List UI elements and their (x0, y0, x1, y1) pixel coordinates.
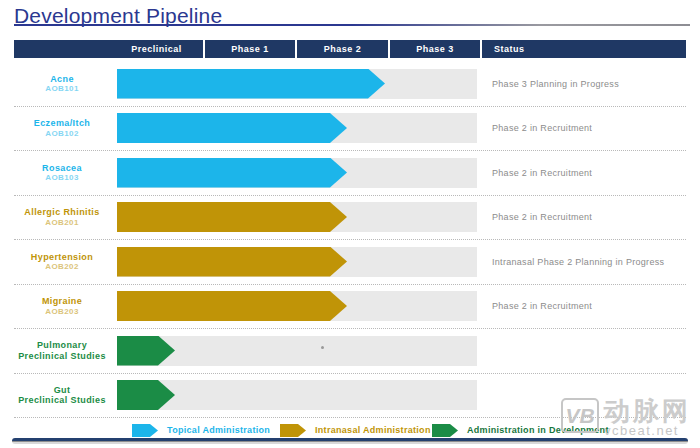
pipeline-rows: Acne AOB101 Phase 3 Planning in Progress… (14, 62, 686, 418)
watermark-site: vcbeat.net (604, 424, 691, 438)
program-name: Eczema/Itch (34, 118, 90, 128)
status-text: Phase 3 Planning in Progress (492, 62, 619, 106)
progress-arrow (117, 380, 175, 410)
pipeline-table: Preclinical Phase 1 Phase 2 Phase 3 Stat… (14, 40, 686, 418)
pipeline-row: Eczema/Itch AOB102 Phase 2 in Recruitmen… (14, 107, 686, 152)
watermark-text: 动脉网 vcbeat.net (604, 398, 691, 438)
stray-dot-artifact (321, 346, 324, 349)
program-code: AOB102 (45, 129, 79, 138)
program-label: Gut Preclinical Studies (14, 374, 110, 418)
bottom-divider-bar (12, 438, 688, 444)
column-header-phase3: Phase 3 (388, 40, 480, 58)
development-arrow-icon (432, 424, 458, 437)
status-text: Intranasal Phase 2 Planning in Progress (492, 240, 664, 284)
progress-arrow (117, 336, 175, 366)
table-header-row: Preclinical Phase 1 Phase 2 Phase 3 Stat… (14, 40, 686, 58)
vcbeat-logo-icon: VB (561, 398, 599, 433)
column-header-preclinical: Preclinical (110, 40, 203, 58)
progress-arrow (117, 69, 385, 99)
watermark-name: 动脉网 (604, 398, 691, 424)
topical-arrow-icon (132, 424, 158, 437)
program-code: AOB101 (45, 84, 79, 93)
program-name-line2: Preclinical Studies (18, 351, 106, 361)
program-code: AOB203 (45, 307, 79, 316)
program-name: Migraine (42, 296, 82, 306)
program-label: Acne AOB101 (14, 62, 110, 106)
status-text: Phase 2 in Recruitment (492, 107, 592, 151)
progress-arrow (117, 291, 347, 321)
program-name: Pulmonary (37, 340, 87, 350)
pipeline-row: Pulmonary Preclinical Studies (14, 329, 686, 374)
program-code: AOB201 (45, 218, 79, 227)
program-name: Gut (54, 385, 71, 395)
program-name: Hypertension (31, 252, 93, 262)
pipeline-row: Hypertension AOB202 Intranasal Phase 2 P… (14, 240, 686, 285)
phase-track (117, 380, 477, 410)
column-header-phase1: Phase 1 (203, 40, 295, 58)
status-text: Phase 2 in Recruitment (492, 196, 592, 240)
program-name-line2: Preclinical Studies (18, 395, 106, 405)
program-name: Allergic Rhinitis (24, 207, 99, 217)
program-name: Acne (50, 74, 74, 84)
progress-arrow (117, 247, 347, 277)
phase-track (117, 291, 477, 321)
column-header-status: Status (480, 40, 686, 58)
pipeline-row: Rosacea AOB103 Phase 2 in Recruitment (14, 151, 686, 196)
program-code: AOB202 (45, 262, 79, 271)
progress-arrow (117, 158, 347, 188)
legend-label-topical: Topical Administration (167, 424, 270, 437)
phase-track (117, 69, 477, 99)
program-code: AOB103 (45, 173, 79, 182)
program-label: Hypertension AOB202 (14, 240, 110, 284)
legend-item-intranasal: Intranasal Administration (280, 424, 431, 437)
progress-arrow (117, 113, 347, 143)
phase-track (117, 113, 477, 143)
legend-item-topical: Topical Administration (132, 424, 270, 437)
header-spacer-cell (14, 40, 110, 58)
column-header-phase2: Phase 2 (295, 40, 388, 58)
watermark: VB 动脉网 vcbeat.net (561, 398, 691, 438)
slide-canvas: Development Pipeline Preclinical Phase 1… (0, 0, 700, 448)
pipeline-row: Migraine AOB203 Phase 2 in Recruitment (14, 285, 686, 330)
program-label: Pulmonary Preclinical Studies (14, 329, 110, 373)
phase-track (117, 247, 477, 277)
program-label: Rosacea AOB103 (14, 151, 110, 195)
title-underline (14, 24, 690, 26)
program-name: Rosacea (42, 163, 82, 173)
program-label: Allergic Rhinitis AOB201 (14, 196, 110, 240)
pipeline-row: Acne AOB101 Phase 3 Planning in Progress (14, 62, 686, 107)
phase-track (117, 336, 477, 366)
program-label: Migraine AOB203 (14, 285, 110, 329)
pipeline-row: Allergic Rhinitis AOB201 Phase 2 in Recr… (14, 196, 686, 241)
status-text: Phase 2 in Recruitment (492, 151, 592, 195)
status-text: Phase 2 in Recruitment (492, 285, 592, 329)
progress-arrow (117, 202, 347, 232)
program-label: Eczema/Itch AOB102 (14, 107, 110, 151)
phase-track (117, 158, 477, 188)
legend-label-intranasal: Intranasal Administration (315, 424, 431, 437)
phase-track (117, 202, 477, 232)
intranasal-arrow-icon (280, 424, 306, 437)
